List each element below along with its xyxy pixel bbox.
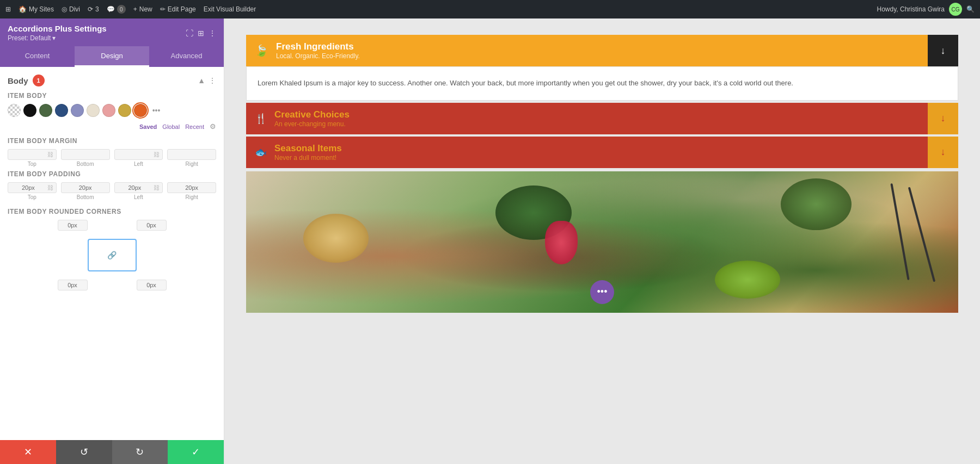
wp-logo[interactable]: ⊞	[5, 5, 11, 13]
tab-advanced[interactable]: Advanced	[149, 46, 224, 67]
padding-top-input[interactable]	[11, 184, 46, 191]
swatch-dark-blue[interactable]	[55, 104, 68, 117]
save-button[interactable]: ✓	[168, 440, 224, 464]
undo-icon: ↺	[80, 446, 88, 458]
padding-bottom-input[interactable]	[64, 184, 107, 191]
item-body-margin-row: ⛓ Top Bottom ⛓ Left	[8, 149, 216, 167]
fullscreen-icon[interactable]: ⛶	[186, 29, 193, 38]
margin-top-group: ⛓ Top	[8, 149, 57, 167]
comments-nav[interactable]: 💬 0	[107, 5, 126, 14]
food-bowl-3	[781, 178, 852, 230]
margin-bottom-input[interactable]	[64, 151, 107, 158]
avatar: CG	[949, 3, 962, 16]
user-label: Howdy, Christina Gwira	[877, 5, 945, 13]
accordion-arrow-1[interactable]: ↓	[928, 35, 958, 66]
edit-page-button[interactable]: ✏ Edit Page	[160, 5, 196, 13]
accordion-subtitle-3: Never a dull moment!	[274, 154, 342, 162]
section-controls: ▲ ⋮	[198, 76, 216, 85]
margin-top-wrap: ⛓	[8, 149, 57, 160]
plus-icon: +	[133, 5, 137, 13]
swatch-orange-red[interactable]	[134, 104, 147, 117]
corner-br-input[interactable]	[137, 280, 167, 290]
margin-left-input[interactable]	[118, 151, 152, 158]
padding-right-input[interactable]	[170, 184, 213, 191]
global-tab[interactable]: Global	[162, 123, 180, 130]
panel-preset[interactable]: Preset: Default ▾	[8, 34, 107, 42]
accordion-header-3[interactable]: 🐟 Seasonal Items Never a dull moment! ↓	[246, 137, 958, 168]
section-title: Body 1	[8, 75, 45, 86]
margin-right-input[interactable]	[170, 151, 213, 158]
panel-tabs: Content Design Advanced	[0, 46, 224, 67]
accordion-icon-2: 🍴	[255, 113, 267, 125]
corner-bl-input[interactable]	[58, 280, 88, 290]
swatch-dark-green[interactable]	[39, 104, 52, 117]
undo-button[interactable]: ↺	[56, 440, 112, 464]
rounded-corners-grid: 🔗	[8, 220, 216, 290]
accordion-header-2[interactable]: 🍴 Creative Choices An ever-changing menu…	[246, 103, 958, 134]
link-icon-margin-lr[interactable]: ⛓	[154, 151, 160, 158]
topbar-right: Howdy, Christina Gwira CG 🔍	[877, 3, 975, 16]
accordion-title-3: Seasonal Items	[274, 143, 342, 154]
margin-top-input[interactable]	[11, 151, 46, 158]
recent-tab[interactable]: Recent	[185, 123, 204, 130]
link-icon-margin-tb[interactable]: ⛓	[47, 151, 53, 158]
padding-left-input[interactable]	[118, 184, 152, 191]
accordion-icon-3: 🐟	[255, 146, 267, 158]
sync-icon: ⟳	[88, 5, 93, 13]
swatch-transparent[interactable]	[8, 104, 21, 117]
panel-header: Accordions Plus Settings Preset: Default…	[0, 18, 224, 46]
color-settings-icon[interactable]: ⚙	[210, 122, 216, 131]
margin-bottom-wrap	[61, 149, 110, 160]
margin-left-group: ⛓ Left	[114, 149, 163, 167]
divi-nav[interactable]: ◎ Divi	[62, 5, 80, 13]
padding-top-group: ⛓ Top	[8, 182, 57, 200]
corner-tr-input[interactable]	[137, 220, 167, 231]
swatch-black[interactable]	[23, 104, 36, 117]
new-button[interactable]: + New	[133, 5, 152, 13]
link-icon-pad-tb[interactable]: ⛓	[47, 184, 53, 191]
accordion-header-1[interactable]: 🍃 Fresh Ingredients Local. Organic. Eco-…	[246, 35, 958, 66]
my-sites-nav[interactable]: 🏠 My Sites	[19, 5, 54, 13]
padding-top-label: Top	[28, 194, 36, 200]
accordion-body-1: Lorem Khaled Ipsum is a major key to suc…	[246, 66, 958, 101]
redo-button[interactable]: ↻	[112, 440, 168, 464]
accordion-item-3: 🐟 Seasonal Items Never a dull moment! ↓	[246, 137, 958, 168]
swatch-light-tan[interactable]	[87, 104, 100, 117]
sync-nav[interactable]: ⟳ 3	[88, 5, 99, 13]
exit-vb-label: Exit Visual Builder	[204, 5, 256, 13]
more-swatches[interactable]: •••	[150, 104, 163, 117]
cancel-button[interactable]: ✕	[0, 440, 56, 464]
food-radish	[545, 221, 578, 264]
more-icon[interactable]: ⋮	[209, 29, 216, 38]
saved-tab[interactable]: Saved	[139, 123, 157, 130]
accordion-title-2: Creative Choices	[274, 109, 350, 120]
floating-action-button[interactable]: •••	[590, 280, 614, 304]
accordion-arrow-3[interactable]: ↓	[928, 137, 958, 168]
link-corners-icon[interactable]: 🔗	[107, 251, 117, 259]
accordion-title-1: Fresh Ingredients	[276, 41, 360, 52]
section-more-icon[interactable]: ⋮	[209, 76, 216, 85]
accordion-subtitle-1: Local. Organic. Eco-Friendly.	[276, 52, 360, 60]
divi-icon: ◎	[62, 5, 67, 13]
food-image: •••	[246, 171, 958, 313]
accordion-title-wrap-2: Creative Choices An ever-changing menu.	[274, 109, 350, 128]
tab-design[interactable]: Design	[75, 46, 149, 67]
grid-icon[interactable]: ⊞	[198, 29, 204, 38]
link-icon-pad-lr[interactable]: ⛓	[154, 184, 160, 191]
swatch-gold[interactable]	[118, 104, 131, 117]
tab-content[interactable]: Content	[0, 46, 75, 67]
margin-left-label: Left	[134, 161, 143, 167]
collapse-icon[interactable]: ▲	[198, 76, 205, 85]
food-bowl-1	[303, 214, 369, 263]
margin-bottom-group: Bottom	[61, 149, 110, 167]
accordion-title-wrap-1: Fresh Ingredients Local. Organic. Eco-Fr…	[276, 41, 360, 60]
edit-page-label: Edit Page	[168, 5, 196, 13]
swatch-light-pink[interactable]	[102, 104, 115, 117]
item-body-padding-row: ⛓ Top Bottom ⛓ Left	[8, 182, 216, 200]
swatch-lavender[interactable]	[71, 104, 84, 117]
corner-tl-input[interactable]	[58, 220, 88, 231]
exit-vb-button[interactable]: Exit Visual Builder	[204, 5, 256, 13]
search-icon[interactable]: 🔍	[966, 5, 975, 13]
accordion-arrow-2[interactable]: ↓	[928, 103, 958, 134]
rounded-corners-section: Item Body Rounded Corners 🔗	[8, 208, 216, 290]
